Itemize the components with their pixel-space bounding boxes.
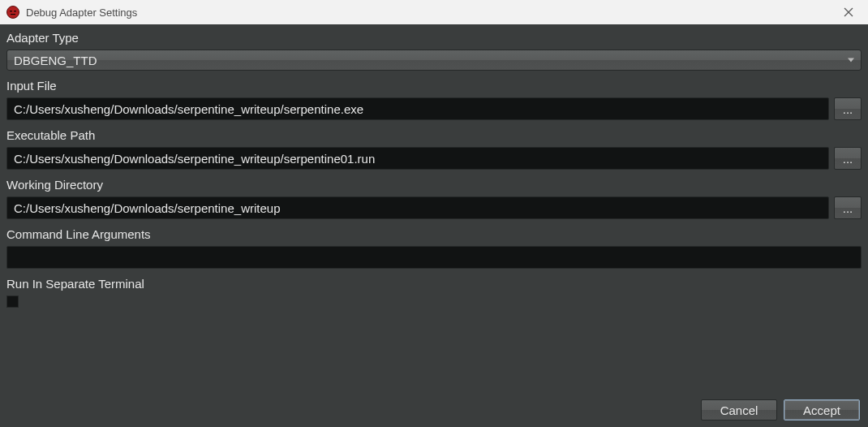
ellipsis-icon: ... (843, 102, 853, 116)
ellipsis-icon: ... (843, 201, 853, 215)
close-icon (844, 7, 853, 17)
adapter-type-dropdown[interactable]: DBGENG_TTD (6, 50, 862, 71)
window-close-button[interactable] (832, 0, 865, 24)
app-icon (6, 6, 19, 19)
input-file-browse-button[interactable]: ... (834, 97, 862, 120)
executable-path-label: Executable Path (6, 128, 862, 142)
svg-rect-2 (14, 11, 16, 12)
working-directory-browse-button[interactable]: ... (834, 196, 862, 219)
working-directory-field[interactable] (6, 196, 829, 219)
title-bar: Debug Adapter Settings (0, 0, 868, 24)
dialog-content: Adapter Type DBGENG_TTD Input File ... E… (0, 24, 868, 314)
svg-rect-3 (11, 14, 15, 15)
input-file-field[interactable] (6, 97, 829, 120)
chevron-down-icon (848, 58, 854, 63)
run-in-separate-terminal-label: Run In Separate Terminal (6, 277, 862, 291)
command-line-arguments-label: Command Line Arguments (6, 227, 862, 241)
working-directory-label: Working Directory (6, 178, 862, 192)
cancel-button[interactable]: Cancel (701, 399, 777, 421)
adapter-type-label: Adapter Type (6, 31, 862, 45)
input-file-label: Input File (6, 79, 862, 93)
run-in-separate-terminal-checkbox[interactable] (6, 295, 19, 308)
accept-button[interactable]: Accept (784, 399, 860, 421)
window-title: Debug Adapter Settings (26, 6, 137, 19)
svg-point-0 (7, 6, 19, 19)
adapter-type-value: DBGENG_TTD (14, 54, 97, 67)
executable-path-field[interactable] (6, 147, 829, 170)
dialog-footer: Cancel Accept (701, 399, 860, 421)
svg-rect-1 (10, 11, 12, 12)
executable-path-browse-button[interactable]: ... (834, 147, 862, 170)
command-line-arguments-field[interactable] (6, 246, 862, 269)
ellipsis-icon: ... (843, 152, 853, 166)
